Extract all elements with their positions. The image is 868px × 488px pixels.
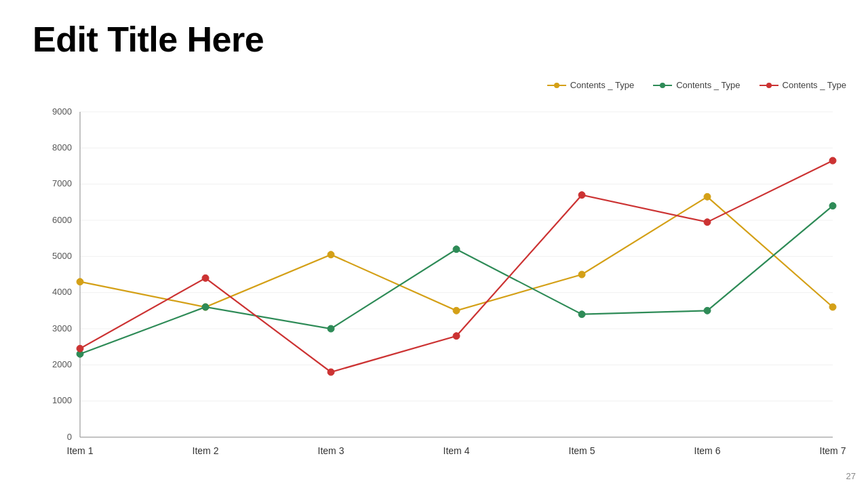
svg-text:Item 7: Item 7 xyxy=(820,445,846,456)
line-chart: 9000 8000 7000 6000 5000 4000 3000 2000 … xyxy=(33,98,846,461)
legend-label-2: Contents _ Type xyxy=(676,80,740,90)
svg-point-40 xyxy=(704,307,711,314)
svg-point-43 xyxy=(202,274,209,281)
legend-label-3: Contents _ Type xyxy=(783,80,846,90)
svg-point-36 xyxy=(202,304,209,310)
svg-text:5000: 5000 xyxy=(52,251,72,261)
svg-point-41 xyxy=(829,203,836,209)
svg-text:6000: 6000 xyxy=(52,215,72,225)
page-title[interactable]: Edit Title Here xyxy=(33,19,264,60)
svg-point-32 xyxy=(578,271,585,278)
svg-text:9000: 9000 xyxy=(52,106,72,117)
svg-text:3000: 3000 xyxy=(52,323,72,333)
chart-legend: Contents _ Type Contents _ Type Contents… xyxy=(547,80,846,90)
legend-item-3: Contents _ Type xyxy=(760,80,846,90)
svg-point-47 xyxy=(704,219,711,226)
legend-label-1: Contents _ Type xyxy=(570,80,634,90)
svg-point-39 xyxy=(578,311,585,318)
svg-point-38 xyxy=(453,246,460,253)
svg-text:0: 0 xyxy=(67,432,72,442)
svg-text:1000: 1000 xyxy=(52,395,72,405)
legend-item-2: Contents _ Type xyxy=(653,80,740,90)
svg-point-45 xyxy=(453,333,460,340)
svg-point-33 xyxy=(704,193,711,200)
chart-container: Contents _ Type Contents _ Type Contents… xyxy=(33,75,846,468)
svg-point-44 xyxy=(328,369,334,375)
svg-point-30 xyxy=(328,251,334,258)
svg-text:Item 5: Item 5 xyxy=(569,445,595,456)
page-number: 27 xyxy=(846,471,856,481)
svg-text:Item 4: Item 4 xyxy=(443,445,470,456)
legend-item-1: Contents _ Type xyxy=(547,80,634,90)
svg-text:7000: 7000 xyxy=(52,178,72,188)
svg-text:Item 3: Item 3 xyxy=(318,445,344,456)
svg-text:Item 1: Item 1 xyxy=(67,445,94,456)
svg-text:Item 6: Item 6 xyxy=(694,445,721,456)
svg-point-37 xyxy=(328,325,334,332)
svg-point-28 xyxy=(77,279,83,285)
svg-text:4000: 4000 xyxy=(52,287,72,297)
svg-text:8000: 8000 xyxy=(52,142,72,152)
svg-point-48 xyxy=(829,157,836,164)
svg-point-46 xyxy=(578,192,585,199)
svg-text:2000: 2000 xyxy=(52,359,72,369)
svg-point-34 xyxy=(829,304,836,310)
svg-point-42 xyxy=(77,345,83,352)
svg-point-31 xyxy=(453,307,460,314)
svg-text:Item 2: Item 2 xyxy=(193,445,219,456)
